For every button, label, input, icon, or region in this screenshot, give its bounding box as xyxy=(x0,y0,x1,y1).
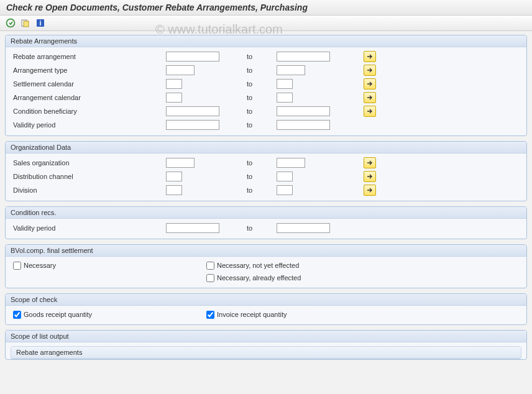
division-to[interactable] xyxy=(277,185,293,195)
label-settlement-calendar: Settlement calendar xyxy=(11,80,166,88)
to-label: to xyxy=(239,121,277,129)
multi-select-button[interactable] xyxy=(364,65,376,76)
arrangement-type-from[interactable] xyxy=(166,65,195,75)
content-area: Rebate Arrangements Rebate arrangement t… xyxy=(0,31,532,360)
subgroup-header-rebate: Rebate arrangements xyxy=(11,347,521,359)
multi-select-button[interactable] xyxy=(364,185,376,196)
multi-select-button[interactable] xyxy=(364,171,376,182)
group-header-scope-check: Scope of check xyxy=(6,294,526,306)
label-rebate-arrangement: Rebate arrangement xyxy=(11,53,166,60)
group-header-rebate: Rebate Arrangements xyxy=(6,35,526,47)
settlement-calendar-to[interactable] xyxy=(277,79,293,89)
group-rebate-arrangements: Rebate Arrangements Rebate arrangement t… xyxy=(5,35,527,136)
variant-icon[interactable] xyxy=(20,17,31,29)
label-division: Division xyxy=(11,186,166,194)
row-validity-period: Validity period to xyxy=(11,118,521,132)
row-rebate-arrangement: Rebate arrangement to xyxy=(11,50,521,63)
label-sales-organization: Sales organization xyxy=(11,159,166,167)
invoice-receipt-checkbox[interactable] xyxy=(206,311,214,319)
division-from[interactable] xyxy=(166,185,182,195)
svg-text:i: i xyxy=(39,19,41,27)
to-label: to xyxy=(239,80,277,88)
distribution-channel-to[interactable] xyxy=(277,172,293,181)
rebate-arrangement-from[interactable] xyxy=(166,52,219,62)
row-sales-organization: Sales organization to xyxy=(11,156,521,170)
goods-receipt-checkbox[interactable] xyxy=(13,311,21,319)
group-condition-recs: Condition recs. Validity period to xyxy=(5,206,527,239)
group-bvol-settlement: BVol.comp. final settlement Necessary Ne… xyxy=(5,244,527,288)
toolbar: i xyxy=(0,16,532,31)
row-settlement-calendar: Settlement calendar to xyxy=(11,77,521,91)
arrangement-calendar-from[interactable] xyxy=(166,93,182,103)
group-header-scope-list: Scope of list output xyxy=(6,331,526,342)
validity-period-to[interactable] xyxy=(277,120,330,130)
row-arrangement-type: Arrangement type to xyxy=(11,63,521,77)
subgroup-rebate-arrangements: Rebate arrangements xyxy=(11,346,521,359)
invoice-receipt-label: Invoice receipt quantity xyxy=(217,311,287,318)
rebate-arrangement-to[interactable] xyxy=(277,52,330,62)
row-condition-beneficiary: Condition beneficiary to xyxy=(11,104,521,118)
label-arrangement-type: Arrangement type xyxy=(11,66,166,74)
multi-select-button[interactable] xyxy=(364,78,376,89)
condition-beneficiary-to[interactable] xyxy=(277,106,330,116)
help-icon[interactable]: i xyxy=(35,17,46,29)
label-distribution-channel: Distribution channel xyxy=(11,173,166,180)
group-header-org: Organizational Data xyxy=(6,142,526,153)
group-scope-list: Scope of list output Rebate arrangements xyxy=(5,330,527,360)
row-division: Division to xyxy=(11,183,521,197)
sales-organization-to[interactable] xyxy=(277,158,305,168)
distribution-channel-from[interactable] xyxy=(166,172,182,181)
sales-organization-from[interactable] xyxy=(166,158,195,168)
multi-select-button[interactable] xyxy=(364,51,376,62)
to-label: to xyxy=(239,66,277,74)
to-label: to xyxy=(239,224,277,232)
page-title: Check re Open Documents, Customer Rebate… xyxy=(0,0,532,16)
multi-select-button[interactable] xyxy=(364,106,376,117)
group-organizational-data: Organizational Data Sales organization t… xyxy=(5,141,527,201)
to-label: to xyxy=(239,94,277,101)
group-header-bvol: BVol.comp. final settlement xyxy=(6,245,526,257)
to-label: to xyxy=(239,53,277,60)
row-arrangement-calendar: Arrangement calendar to xyxy=(11,91,521,104)
execute-icon[interactable] xyxy=(5,17,16,29)
cond-validity-from[interactable] xyxy=(166,223,219,233)
group-scope-check: Scope of check Goods receipt quantity In… xyxy=(5,293,527,325)
condition-beneficiary-from[interactable] xyxy=(166,106,219,116)
necessary-not-effected-label: Necessary, not yet effected xyxy=(217,262,299,269)
label-condition-beneficiary: Condition beneficiary xyxy=(11,108,166,115)
necessary-label: Necessary xyxy=(24,262,56,269)
validity-period-from[interactable] xyxy=(166,120,219,130)
goods-receipt-label: Goods receipt quantity xyxy=(24,311,92,318)
to-label: to xyxy=(239,173,277,180)
row-cond-validity-period: Validity period to xyxy=(11,221,521,235)
label-cond-validity-period: Validity period xyxy=(11,224,166,232)
arrangement-type-to[interactable] xyxy=(277,65,305,75)
necessary-already-effected-label: Necessary, already effected xyxy=(217,274,301,282)
necessary-not-effected-checkbox[interactable] xyxy=(206,262,214,270)
settlement-calendar-from[interactable] xyxy=(166,79,182,89)
multi-select-button[interactable] xyxy=(364,157,376,168)
to-label: to xyxy=(239,108,277,115)
label-validity-period: Validity period xyxy=(11,121,166,129)
necessary-checkbox[interactable] xyxy=(13,262,21,270)
necessary-already-effected-checkbox[interactable] xyxy=(206,274,214,282)
svg-rect-2 xyxy=(24,21,29,27)
to-label: to xyxy=(239,159,277,167)
svg-point-0 xyxy=(7,19,15,27)
label-arrangement-calendar: Arrangement calendar xyxy=(11,94,166,101)
group-header-cond: Condition recs. xyxy=(6,207,526,219)
arrangement-calendar-to[interactable] xyxy=(277,93,293,103)
multi-select-button[interactable] xyxy=(364,92,376,103)
cond-validity-to[interactable] xyxy=(277,223,330,233)
row-distribution-channel: Distribution channel to xyxy=(11,170,521,183)
to-label: to xyxy=(239,186,277,194)
